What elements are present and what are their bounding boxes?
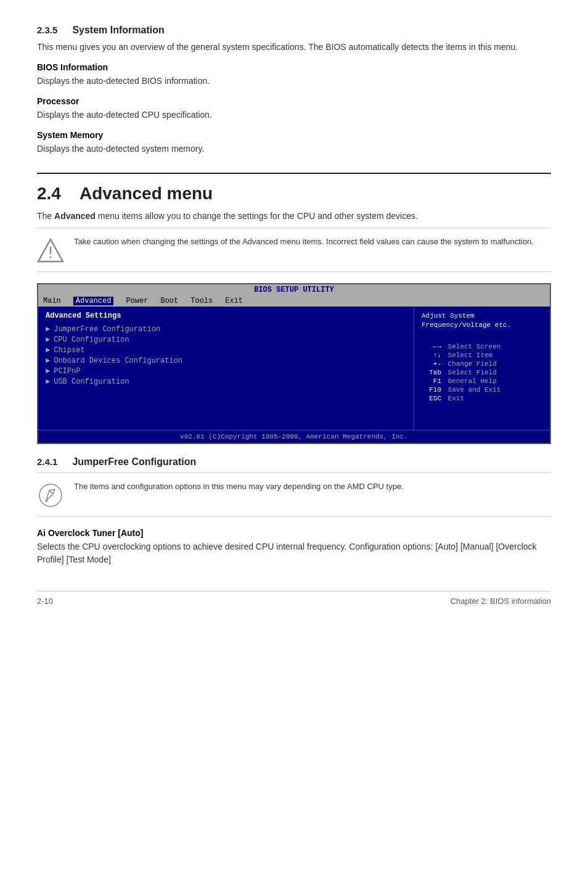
bios-info-heading: BIOS Information	[37, 62, 551, 72]
arrow-icon: ►	[46, 325, 50, 334]
bios-left-panel: Advanced Settings ► JumperFree Configura…	[38, 307, 414, 430]
section-241: 2.4.1 JumperFree Configuration The items…	[37, 456, 551, 566]
warning-icon	[37, 237, 64, 264]
bios-nav-advanced: Advanced	[73, 297, 114, 305]
note-icon	[37, 482, 64, 509]
page-footer: 2-10 Chapter 2: BIOS information	[37, 591, 551, 606]
bios-menu-item: ► PCIPnP	[46, 367, 406, 376]
ai-overclock-text: Selects the CPU overclocking options to …	[37, 540, 551, 566]
key-label: Select Item	[444, 352, 492, 359]
bios-menu-item: ► CPU Configuration	[46, 336, 406, 344]
arrow-icon: ►	[46, 367, 50, 376]
section-24: 2.4 Advanced menu The Advanced menu item…	[37, 173, 551, 444]
key-label: Select Field	[444, 369, 497, 376]
bios-menu-item: ► USB Configuration	[46, 377, 406, 386]
bios-nav: Main Advanced Power Boot Tools Exit	[38, 295, 550, 307]
bios-title-bar: BIOS SETUP UTILITY	[38, 284, 550, 295]
key-label: Change Field	[444, 360, 497, 368]
bios-body: Advanced Settings ► JumperFree Configura…	[38, 307, 550, 430]
section-241-number: 2.4.1	[37, 456, 57, 467]
key-name: +-	[422, 360, 441, 368]
arrow-icon: ►	[46, 377, 50, 386]
bios-nav-boot: Boot	[160, 297, 178, 305]
system-memory-heading: System Memory	[37, 130, 551, 140]
key-name: ↑↓	[422, 352, 441, 359]
bios-key-row: ↑↓ Select Item	[422, 352, 542, 359]
section-24-intro-bold: Advanced	[54, 211, 96, 221]
bios-key-row: Tab Select Field	[422, 369, 542, 376]
bios-footer: v02.61 (C)Copyright 1985-2009, American …	[38, 430, 550, 443]
bios-title: BIOS SETUP UTILITY	[254, 286, 334, 294]
key-label: Select Screen	[444, 343, 500, 350]
svg-point-2	[50, 257, 52, 258]
processor-heading: Processor	[37, 96, 551, 106]
key-label: Save and Exit	[444, 386, 500, 394]
key-name: ←→	[422, 343, 441, 350]
section-24-number: 2.4	[37, 184, 61, 204]
bios-screen: BIOS SETUP UTILITY Main Advanced Power B…	[37, 283, 551, 444]
warning-box: Take caution when changing the settings …	[37, 228, 551, 272]
bios-nav-tools: Tools	[190, 297, 213, 305]
arrow-icon: ►	[46, 357, 50, 365]
key-name: F10	[422, 386, 441, 394]
key-name: ESC	[422, 395, 441, 402]
bios-menu-item: ► JumperFree Configuration	[46, 325, 406, 334]
key-name: Tab	[422, 369, 441, 376]
system-memory-text: Displays the auto-detected system memory…	[37, 142, 551, 155]
footer-chapter: Chapter 2: BIOS information	[451, 596, 551, 606]
bios-section-title: Advanced Settings	[46, 311, 406, 320]
key-label: Exit	[444, 395, 464, 402]
bios-key-row: ESC Exit	[422, 395, 542, 402]
arrow-icon: ►	[46, 336, 50, 344]
bios-right-panel: Adjust SystemFrequency/Voltage etc. ←→ S…	[414, 307, 550, 430]
footer-page-number: 2-10	[37, 596, 53, 606]
bios-key-row: ←→ Select Screen	[422, 343, 542, 350]
bios-nav-main: Main	[43, 297, 61, 305]
section-235: 2.3.5 System Information This menu gives…	[37, 25, 551, 155]
arrow-icon: ►	[46, 346, 50, 355]
bios-keys: ←→ Select Screen ↑↓ Select Item +- Chang…	[422, 343, 542, 402]
bios-key-row: +- Change Field	[422, 360, 542, 368]
bios-menu-item: ► Chipset	[46, 346, 406, 355]
svg-line-6	[45, 501, 48, 501]
note-box: The items and configuration options in t…	[37, 472, 551, 517]
bios-key-row: F1 General Help	[422, 377, 542, 385]
key-name: F1	[422, 377, 441, 385]
bios-menu-item: ► Onboard Devices Configuration	[46, 357, 406, 365]
section-235-title: System Information	[72, 25, 164, 36]
warning-text: Take caution when changing the settings …	[74, 236, 534, 248]
section-235-intro: This menu gives you an overview of the g…	[37, 41, 551, 54]
bios-nav-power: Power	[126, 297, 148, 305]
section-24-intro: The Advanced menu items allow you to cha…	[37, 210, 551, 223]
section-24-title: Advanced menu	[80, 184, 213, 204]
processor-text: Displays the auto-detected CPU specifica…	[37, 109, 551, 122]
section-241-title: JumperFree Configuration	[72, 456, 196, 468]
key-label: General Help	[444, 377, 497, 385]
section-235-number: 2.3.5	[37, 25, 57, 35]
svg-point-3	[39, 484, 62, 506]
bios-info-text: Displays the auto-detected BIOS informat…	[37, 75, 551, 88]
note-text: The items and configuration options in t…	[74, 481, 404, 493]
bios-key-row: F10 Save and Exit	[422, 386, 542, 394]
bios-nav-exit: Exit	[225, 297, 243, 305]
ai-overclock-heading: Ai Overclock Tuner [Auto]	[37, 528, 551, 538]
bios-right-title: Adjust SystemFrequency/Voltage etc.	[422, 311, 542, 331]
